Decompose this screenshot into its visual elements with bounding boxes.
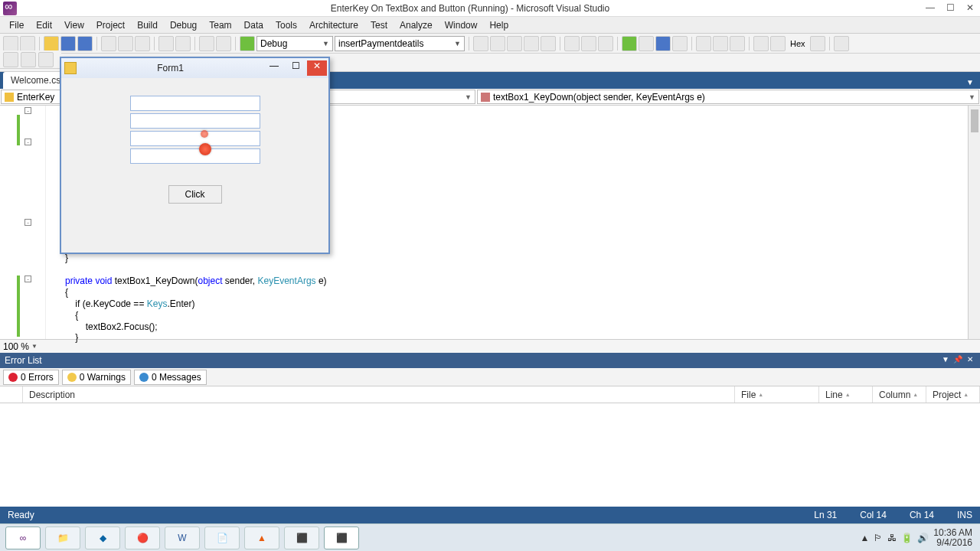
form-maximize-button[interactable]: ☐	[286, 60, 305, 76]
cut-button[interactable]	[101, 36, 116, 51]
save-button[interactable]	[60, 36, 76, 51]
start-debug-button[interactable]	[240, 36, 255, 51]
tray-flag-icon[interactable]: 🏳	[874, 533, 883, 543]
form-minimize-button[interactable]: —	[264, 60, 284, 76]
menu-test[interactable]: Test	[364, 18, 394, 32]
close-button[interactable]: ✕	[960, 1, 980, 16]
startup-combo[interactable]: insertPaymentdeatils▼	[335, 36, 465, 51]
menu-edit[interactable]: Edit	[30, 18, 58, 32]
col-file[interactable]: File▲	[735, 386, 819, 403]
zoom-combo[interactable]: 100 %	[3, 341, 29, 352]
outline-toggle-icon[interactable]: -	[24, 219, 31, 226]
tray-volume-icon[interactable]: 🔊	[917, 533, 929, 543]
sec-tool-a[interactable]	[3, 52, 18, 67]
outline-toggle-icon[interactable]: -	[24, 276, 31, 282]
tray-battery-icon[interactable]: 🔋	[901, 533, 913, 543]
errorlist-dropdown-icon[interactable]: ▼	[940, 355, 951, 366]
nav-fwd-button[interactable]	[216, 36, 231, 51]
undo-button[interactable]	[158, 36, 174, 51]
pause-button[interactable]	[639, 36, 654, 51]
nav-back-button[interactable]	[199, 36, 214, 51]
col-description[interactable]: Description	[23, 386, 735, 403]
taskbar-vlc[interactable]: ▲	[244, 527, 279, 549]
tool-btn-i[interactable]	[753, 36, 769, 51]
tool-btn-g[interactable]	[581, 36, 596, 51]
menu-window[interactable]: Window	[439, 18, 484, 32]
continue-button[interactable]	[622, 36, 637, 51]
config-combo[interactable]: Debug▼	[256, 36, 333, 51]
tool-btn-b[interactable]	[490, 36, 505, 51]
step-over-button[interactable]	[713, 36, 728, 51]
errorlist-close-icon[interactable]: ✕	[965, 355, 975, 366]
step-out-button[interactable]	[730, 36, 745, 51]
col-icon[interactable]	[0, 386, 23, 403]
menu-tools[interactable]: Tools	[270, 18, 303, 32]
step-into-button[interactable]	[696, 36, 711, 51]
menu-data[interactable]: Data	[238, 18, 270, 32]
save-all-button[interactable]	[77, 36, 93, 51]
paste-button[interactable]	[135, 36, 150, 51]
copy-button[interactable]	[118, 36, 133, 51]
textbox-2[interactable]	[130, 113, 260, 129]
taskbar-notepad[interactable]: 📄	[204, 527, 240, 549]
tool-btn-h[interactable]	[598, 36, 613, 51]
stop-button[interactable]	[655, 36, 671, 51]
menu-view[interactable]: View	[58, 18, 90, 32]
menu-debug[interactable]: Debug	[164, 18, 203, 32]
tool-btn-e[interactable]	[541, 36, 556, 51]
maximize-button[interactable]: ☐	[940, 1, 960, 16]
tool-btn-c[interactable]	[507, 36, 522, 51]
form-titlebar[interactable]: Form1 — ☐ ✕	[61, 58, 328, 78]
minimize-button[interactable]: —	[920, 1, 940, 16]
menu-project[interactable]: Project	[90, 18, 131, 32]
hex-label[interactable]: Hex	[787, 39, 808, 48]
messages-filter[interactable]: 0 Messages	[134, 370, 207, 385]
tool-btn-a[interactable]	[473, 36, 488, 51]
menu-team[interactable]: Team	[203, 18, 237, 32]
open-button[interactable]	[44, 36, 59, 51]
tray-clock[interactable]: 10:36 AM 9/4/2016	[933, 528, 972, 548]
member-combo[interactable]: textBox1_KeyDown(object sender, KeyEvent…	[477, 90, 979, 104]
tab-welcome-cs[interactable]: Welcome.cs	[3, 72, 68, 89]
click-button[interactable]: Click	[168, 185, 222, 204]
menu-architecture[interactable]: Architecture	[303, 18, 364, 32]
menu-build[interactable]: Build	[131, 18, 164, 32]
taskbar-app-a[interactable]: ⬛	[284, 527, 319, 549]
scrollbar-thumb[interactable]	[971, 109, 978, 132]
form-close-button[interactable]: ✕	[307, 60, 327, 76]
menu-file[interactable]: File	[3, 18, 30, 32]
warnings-filter[interactable]: 0 Warnings	[62, 370, 131, 385]
taskbar-teamviewer[interactable]: ◆	[85, 527, 120, 549]
taskbar-vs[interactable]: ∞	[5, 527, 41, 549]
textbox-1[interactable]	[130, 96, 260, 111]
sec-tool-b[interactable]	[21, 52, 36, 67]
tool-btn-j[interactable]	[770, 36, 786, 51]
textbox-3[interactable]	[130, 131, 260, 146]
tray-network-icon[interactable]: 🖧	[887, 533, 897, 543]
tab-dropdown-icon[interactable]: ▼	[966, 78, 977, 89]
tray-up-icon[interactable]: ▲	[860, 533, 869, 543]
vertical-scrollbar[interactable]	[968, 106, 980, 339]
taskbar-explorer[interactable]: 📁	[45, 527, 80, 549]
error-list-header[interactable]: Error List ▼ 📌 ✕	[0, 353, 980, 368]
new-project-button[interactable]	[3, 36, 18, 51]
col-line[interactable]: Line▲	[819, 386, 873, 403]
col-column[interactable]: Column▲	[873, 386, 926, 403]
system-tray[interactable]: ▲ 🏳 🖧 🔋 🔊 10:36 AM 9/4/2016	[860, 528, 972, 548]
outline-toggle-icon[interactable]: -	[24, 107, 31, 114]
restart-button[interactable]	[672, 36, 688, 51]
col-project[interactable]: Project▲	[926, 386, 980, 403]
errors-filter[interactable]: 0 Errors	[3, 370, 59, 385]
menu-help[interactable]: Help	[483, 18, 514, 32]
errorlist-pin-icon[interactable]: 📌	[952, 355, 963, 366]
taskbar-word[interactable]: W	[165, 527, 200, 549]
tool-btn-f[interactable]	[564, 36, 580, 51]
tool-btn-d[interactable]	[524, 36, 539, 51]
taskbar-form-app[interactable]: ⬛	[324, 527, 359, 549]
tool-btn-l[interactable]	[834, 36, 849, 51]
add-item-button[interactable]	[20, 36, 35, 51]
menu-analyze[interactable]: Analyze	[394, 18, 439, 32]
running-form-window[interactable]: Form1 — ☐ ✕ Click	[60, 57, 330, 254]
tool-btn-k[interactable]	[810, 36, 825, 51]
taskbar-chrome[interactable]: 🔴	[125, 527, 160, 549]
